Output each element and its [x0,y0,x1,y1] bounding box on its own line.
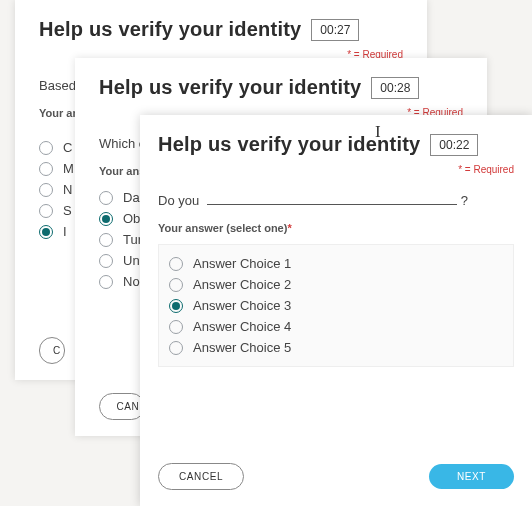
radio-icon[interactable] [39,183,53,197]
required-note: * = Required [158,164,514,175]
radio-icon[interactable] [99,212,113,226]
text-cursor-icon: I [375,122,381,142]
radio-icon[interactable] [99,254,113,268]
answer-option-label: C [63,140,72,155]
countdown-timer: 00:27 [311,19,359,41]
next-button[interactable]: NEXT [429,464,514,489]
countdown-timer: 00:28 [371,77,419,99]
radio-icon[interactable] [39,204,53,218]
radio-icon[interactable] [169,341,183,355]
question-text: Do you ? [158,193,514,208]
answer-option-label: I [63,224,67,239]
answer-option[interactable]: Answer Choice 4 [169,316,503,337]
radio-icon[interactable] [39,141,53,155]
radio-icon[interactable] [169,257,183,271]
answer-option-label: Answer Choice 4 [193,319,291,334]
answer-option-label: N [63,182,72,197]
cancel-button[interactable]: C [39,337,65,364]
countdown-timer: 00:22 [430,134,478,156]
answer-instruction: Your answer (select one)* [158,222,514,234]
radio-icon[interactable] [39,225,53,239]
question-blank [207,194,457,205]
answer-option[interactable]: Answer Choice 2 [169,274,503,295]
answer-option-label: Answer Choice 2 [193,277,291,292]
answer-option-label: Answer Choice 5 [193,340,291,355]
answer-option-label: Ob [123,211,140,226]
answer-options: Answer Choice 1Answer Choice 2Answer Cho… [158,244,514,367]
radio-icon[interactable] [169,299,183,313]
radio-icon[interactable] [99,191,113,205]
answer-option-label: S [63,203,72,218]
answer-option[interactable]: Answer Choice 5 [169,337,503,358]
cancel-button[interactable]: CANCEL [158,463,244,490]
radio-icon[interactable] [169,278,183,292]
radio-icon[interactable] [99,233,113,247]
card-title: Help us verify your identity [99,76,361,99]
answer-option-label: Answer Choice 1 [193,256,291,271]
answer-option[interactable]: Answer Choice 1 [169,253,503,274]
answer-option[interactable]: Answer Choice 3 [169,295,503,316]
required-asterisk: * [287,222,291,234]
radio-icon[interactable] [39,162,53,176]
question-suffix: ? [461,193,468,208]
card-title: Help us verify your identity [39,18,301,41]
cancel-button[interactable]: CAN [99,393,145,420]
answer-option-label: Answer Choice 3 [193,298,291,313]
question-prefix: Do you [158,193,203,208]
radio-icon[interactable] [169,320,183,334]
answer-option-label: M [63,161,74,176]
radio-icon[interactable] [99,275,113,289]
verify-card-front: Help us verify your identity 00:22 * = R… [140,115,532,506]
